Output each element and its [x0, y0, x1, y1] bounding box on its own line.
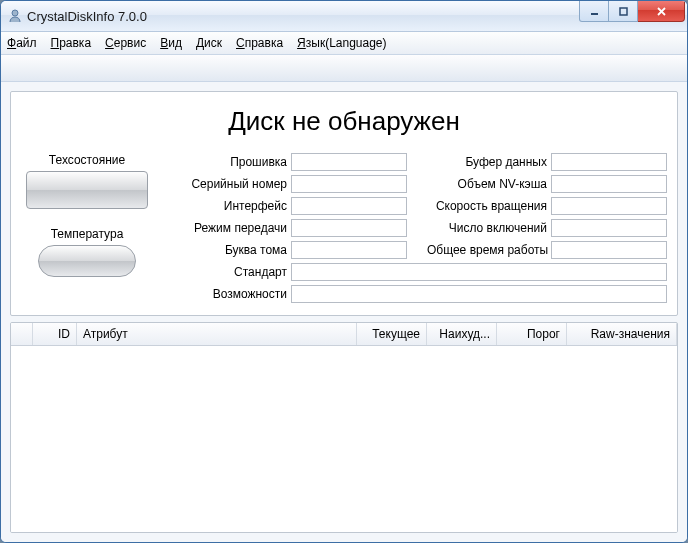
interface-label: Интерфейс — [167, 199, 287, 213]
temperature-status — [38, 245, 136, 277]
window-controls — [579, 1, 685, 22]
poweron-hours-value — [551, 241, 667, 259]
menubar: Файл Правка Сервис Вид Диск Справка Язык… — [1, 32, 687, 55]
health-label: Техсостояние — [49, 153, 125, 167]
fields-grid: Прошивка Буфер данных Серийный номер — [167, 153, 667, 303]
firmware-value — [291, 153, 407, 171]
col-attribute[interactable]: Атрибут — [77, 323, 357, 345]
svg-point-0 — [12, 10, 18, 16]
menu-disk[interactable]: Диск — [196, 36, 222, 50]
interface-value — [291, 197, 407, 215]
drive-letter-label: Буква тома — [167, 243, 287, 257]
menu-edit[interactable]: Правка — [51, 36, 92, 50]
serial-label: Серийный номер — [167, 177, 287, 191]
drive-letter-value — [291, 241, 407, 259]
status-column: Техсостояние Температура — [21, 153, 153, 303]
buffer-value — [551, 153, 667, 171]
menu-language[interactable]: Язык(Language) — [297, 36, 386, 50]
features-label: Возможности — [167, 287, 287, 301]
titlebar[interactable]: CrystalDiskInfo 7.0.0 — [1, 1, 687, 32]
col-raw[interactable]: Raw-значения — [567, 323, 677, 345]
minimize-button[interactable] — [579, 1, 609, 22]
poweron-count-label: Число включений — [427, 221, 547, 235]
menu-view[interactable]: Вид — [160, 36, 182, 50]
transfer-value — [291, 219, 407, 237]
client-area: Диск не обнаружен Техсостояние Температу… — [1, 82, 687, 542]
rpm-value — [551, 197, 667, 215]
serial-value — [291, 175, 407, 193]
table-body — [11, 346, 677, 532]
poweron-count-value — [551, 219, 667, 237]
features-value — [291, 285, 667, 303]
table-header: ID Атрибут Текущее Наихуд... Порог Raw-з… — [11, 323, 677, 346]
svg-rect-2 — [620, 8, 627, 15]
info-area: Техсостояние Температура Прошивка Буфер … — [21, 153, 667, 303]
disk-heading: Диск не обнаружен — [21, 106, 667, 137]
menu-file[interactable]: Файл — [7, 36, 37, 50]
temperature-label: Температура — [51, 227, 124, 241]
nvcache-label: Объем NV-кэша — [427, 177, 547, 191]
col-id[interactable]: ID — [33, 323, 77, 345]
poweron-hours-label: Общее время работы — [427, 243, 547, 257]
smart-table: ID Атрибут Текущее Наихуд... Порог Raw-з… — [10, 322, 678, 533]
maximize-button[interactable] — [609, 1, 638, 22]
col-worst[interactable]: Наихуд... — [427, 323, 497, 345]
window-title: CrystalDiskInfo 7.0.0 — [27, 9, 147, 24]
col-current[interactable]: Текущее — [357, 323, 427, 345]
nvcache-value — [551, 175, 667, 193]
toolbar — [1, 55, 687, 82]
close-button[interactable] — [638, 1, 685, 22]
standard-label: Стандарт — [167, 265, 287, 279]
app-icon — [7, 8, 23, 24]
transfer-label: Режим передачи — [167, 221, 287, 235]
standard-value — [291, 263, 667, 281]
disk-info-panel: Диск не обнаружен Техсостояние Температу… — [10, 91, 678, 316]
health-status — [26, 171, 148, 209]
col-status[interactable] — [11, 323, 33, 345]
col-threshold[interactable]: Порог — [497, 323, 567, 345]
menu-service[interactable]: Сервис — [105, 36, 146, 50]
rpm-label: Скорость вращения — [427, 199, 547, 213]
menu-help[interactable]: Справка — [236, 36, 283, 50]
buffer-label: Буфер данных — [427, 155, 547, 169]
app-window: CrystalDiskInfo 7.0.0 Файл Правка Сервис… — [0, 0, 688, 543]
firmware-label: Прошивка — [167, 155, 287, 169]
